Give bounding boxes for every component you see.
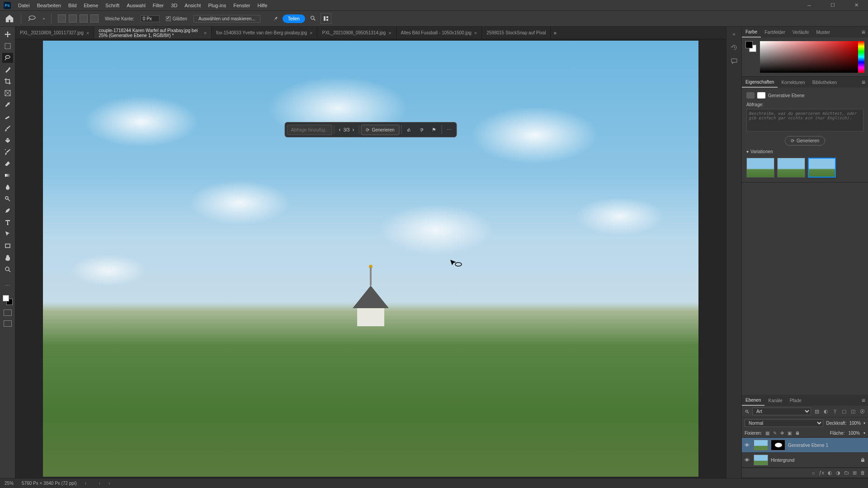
color-fg-bg-swatch[interactable] [745, 41, 756, 52]
tab-doc-0[interactable]: PXL_20210809_100117327.jpg× [15, 27, 94, 39]
share-button[interactable]: Teilen [283, 14, 305, 23]
screen-mode-toggle[interactable] [4, 320, 12, 327]
selection-intersect-button[interactable] [90, 14, 99, 23]
tab-swatches[interactable]: Farbfelder [761, 27, 789, 38]
marquee-tool[interactable] [2, 41, 13, 51]
new-layer-icon[interactable]: ⊞ [853, 470, 857, 476]
magic-wand-tool[interactable] [2, 65, 13, 75]
healing-brush-tool[interactable] [2, 112, 13, 122]
menu-plugins[interactable]: Plug-ins [208, 3, 226, 8]
more-options-button[interactable]: ⋯ [443, 124, 454, 135]
tab-doc-2[interactable]: fox-1540833 Yvette van den Berg pixabay.… [212, 27, 317, 39]
close-icon[interactable]: × [86, 30, 89, 36]
menu-file[interactable]: Datei [18, 3, 30, 8]
close-icon[interactable]: × [388, 30, 391, 36]
timeline-next-icon[interactable]: › [108, 481, 110, 486]
layer-mask-thumbnail[interactable] [771, 440, 785, 450]
close-icon[interactable]: × [204, 30, 207, 36]
gen-prompt-textarea[interactable] [746, 109, 863, 131]
rectangle-tool[interactable] [2, 241, 13, 251]
layer-mask-icon[interactable]: ◐ [828, 470, 832, 476]
lock-icon[interactable]: 🔒︎ [860, 457, 865, 463]
tab-properties[interactable]: Eigenschaften [742, 77, 778, 88]
variation-thumb-3[interactable] [808, 158, 836, 178]
layer-filter-kind[interactable]: Art [752, 408, 811, 415]
menu-3d[interactable]: 3D [171, 3, 177, 8]
quick-mask-toggle[interactable] [4, 310, 12, 316]
menu-image[interactable]: Bild [68, 3, 76, 8]
lock-artboard-icon[interactable]: ▣ [788, 431, 792, 436]
menu-help[interactable]: Hilfe [257, 3, 267, 8]
filter-toggle-icon[interactable]: ⦿ [859, 408, 865, 415]
gen-prompt-input[interactable] [287, 125, 332, 135]
panel-menu-icon[interactable]: ≡ [859, 395, 868, 406]
filter-smart-icon[interactable]: ◫ [850, 408, 856, 415]
maximize-button[interactable]: ☐ [825, 0, 841, 11]
blend-mode-select[interactable]: Normal [745, 419, 823, 427]
timeline-prev-icon[interactable]: ‹ [99, 481, 100, 486]
gradient-tool[interactable] [2, 170, 13, 180]
tab-patterns[interactable]: Muster [812, 27, 834, 38]
zoom-level[interactable]: 25% [5, 481, 14, 486]
pin-icon[interactable]: 📌︎ [273, 16, 278, 21]
layer-name[interactable]: Hintergrund [771, 458, 858, 463]
adjustment-layer-icon[interactable]: ◑ [836, 470, 840, 476]
tab-adjustments[interactable]: Korrekturen [778, 77, 808, 88]
select-and-mask-button[interactable]: Auswählen und maskieren... [193, 15, 260, 23]
type-tool[interactable] [2, 217, 13, 227]
delete-layer-icon[interactable]: 🗑︎ [860, 470, 865, 476]
thumbs-up-button[interactable]: 👍︎ [403, 124, 414, 135]
gen-next-button[interactable]: › [352, 127, 354, 133]
menu-edit[interactable]: Bearbeiten [37, 3, 61, 8]
search-icon[interactable] [310, 15, 316, 22]
tab-libraries[interactable]: Bibliotheken [809, 77, 840, 88]
close-icon[interactable]: × [474, 30, 477, 36]
visibility-toggle-icon[interactable]: 👁︎ [745, 442, 751, 448]
menu-layer[interactable]: Ebene [84, 3, 98, 8]
tab-doc-4[interactable]: Altes Bild Fussball - 1050x1500.jpg× [396, 27, 482, 39]
history-panel-icon[interactable] [730, 43, 739, 52]
lock-all-icon[interactable]: 🔒︎ [795, 431, 800, 436]
filter-shape-icon[interactable]: ▢ [841, 408, 847, 415]
menu-filter[interactable]: Filter [153, 3, 164, 8]
document-info[interactable]: 5760 Px × 3840 Px (72 ppi) [22, 481, 76, 486]
tab-channels[interactable]: Kanäle [764, 395, 786, 406]
filter-pixel-icon[interactable]: ▨ [814, 408, 820, 415]
flag-button[interactable]: ⚑ [429, 124, 439, 135]
comments-panel-icon[interactable] [730, 56, 739, 66]
filter-adjust-icon[interactable]: ◐ [823, 408, 829, 415]
thumbs-down-button[interactable]: 👎︎ [416, 124, 427, 135]
info-arrow-icon[interactable]: › [85, 481, 86, 486]
variation-thumb-2[interactable] [777, 158, 805, 178]
selection-new-button[interactable] [58, 14, 66, 23]
layer-name[interactable]: Generative Ebene 1 [788, 443, 865, 448]
close-icon[interactable]: × [310, 30, 312, 36]
layer-thumbnail[interactable] [754, 440, 768, 450]
panel-menu-icon[interactable]: ≡ [859, 27, 868, 38]
color-spectrum[interactable] [760, 41, 864, 73]
filter-type-icon[interactable]: T [832, 408, 838, 415]
home-button[interactable] [5, 14, 14, 23]
lock-pixels-icon[interactable]: ✎ [773, 431, 777, 436]
collapse-arrow-icon[interactable]: « [730, 29, 739, 38]
group-layers-icon[interactable]: 🗀 [844, 470, 849, 476]
selection-add-button[interactable] [69, 14, 77, 23]
tab-doc-3[interactable]: PXL_20210908_095051314.jpg× [317, 27, 396, 39]
path-selection-tool[interactable] [2, 229, 13, 239]
color-swatch[interactable] [3, 295, 13, 305]
lock-transparency-icon[interactable]: ▦ [765, 431, 769, 436]
layer-row-generative[interactable]: 👁︎ Generative Ebene 1 [742, 438, 868, 453]
layer-row-background[interactable]: 👁︎ Hintergrund 🔒︎ [742, 453, 868, 468]
move-tool[interactable] [2, 29, 13, 39]
lock-position-icon[interactable]: ✥ [780, 431, 784, 436]
clone-stamp-tool[interactable] [2, 135, 13, 145]
variation-thumb-1[interactable] [746, 158, 774, 178]
fill-value[interactable]: 100% [848, 431, 860, 436]
tab-paths[interactable]: Pfade [786, 395, 805, 406]
eraser-tool[interactable] [2, 159, 13, 169]
gen-prev-button[interactable]: ‹ [339, 127, 341, 133]
layer-fx-icon[interactable]: ƒx [819, 470, 824, 476]
hand-tool[interactable] [2, 253, 13, 263]
dodge-tool[interactable] [2, 194, 13, 204]
more-tools-button[interactable]: ⋯ [2, 281, 13, 291]
